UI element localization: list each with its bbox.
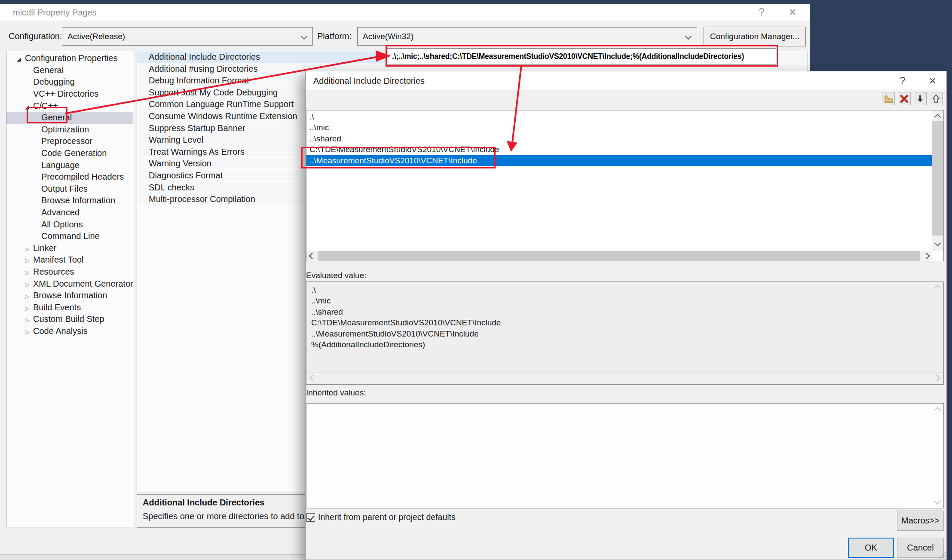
- tree-item-preprocessor[interactable]: Preprocessor: [6, 135, 133, 147]
- expand-arrow-icon[interactable]: [25, 279, 33, 289]
- tree-item-label: Command Line: [41, 231, 100, 241]
- tree-item-label: Optimization: [41, 125, 89, 135]
- ok-button[interactable]: OK: [848, 538, 894, 558]
- help-icon[interactable]: ?: [751, 4, 772, 21]
- directory-list-item[interactable]: C:\TDE\MeasurementStudioVS2010\VCNET\Inc…: [306, 144, 932, 155]
- tree-item-language[interactable]: Language: [6, 159, 133, 171]
- dialog-help-icon[interactable]: ?: [893, 72, 912, 89]
- move-down-button[interactable]: [914, 92, 927, 105]
- delete-button[interactable]: [898, 92, 911, 105]
- evaluated-hscrollbar[interactable]: [306, 372, 943, 384]
- inherited-values-label: Inherited values:: [306, 388, 366, 398]
- tree-item-label: Configuration Properties: [25, 53, 118, 63]
- tree-item-precompiled-headers[interactable]: Precompiled Headers: [6, 171, 133, 183]
- directory-list-item[interactable]: .\: [306, 111, 932, 122]
- tree-item-label: Debugging: [33, 77, 75, 87]
- tree-item-label: Language: [41, 160, 80, 170]
- cancel-button[interactable]: Cancel: [897, 538, 944, 558]
- tree-item-linker[interactable]: Linker: [6, 242, 133, 254]
- expand-arrow-icon[interactable]: [25, 243, 33, 253]
- tree-item-build-events[interactable]: Build Events: [6, 301, 133, 313]
- collapse-arrow-icon[interactable]: [17, 53, 25, 63]
- tree-item-label: Manifest Tool: [33, 255, 83, 265]
- scroll-right-icon[interactable]: [931, 372, 942, 384]
- scroll-left-icon[interactable]: [306, 251, 318, 261]
- tree-item-debugging[interactable]: Debugging: [6, 76, 133, 88]
- tree-item-browse-information[interactable]: Browse Information: [6, 290, 133, 302]
- tree-item-output-files[interactable]: Output Files: [6, 183, 133, 195]
- scroll-right-icon[interactable]: [921, 251, 932, 261]
- scroll-down-icon[interactable]: [932, 238, 943, 248]
- expand-arrow-icon[interactable]: [25, 267, 33, 277]
- configuration-manager-button[interactable]: Configuration Manager...: [704, 27, 806, 46]
- dialog-close-icon[interactable]: ×: [922, 72, 943, 89]
- list-vscroll-thumb[interactable]: [932, 121, 943, 236]
- move-up-icon: [931, 94, 941, 104]
- description-text: Specifies one or more directories to add…: [143, 511, 328, 521]
- tree-item-general[interactable]: General: [6, 112, 133, 124]
- collapse-arrow-icon[interactable]: [25, 101, 33, 111]
- tree-item-label: Browse Information: [41, 196, 115, 205]
- tree-item-label: All Options: [41, 220, 83, 230]
- tree-item-optimization[interactable]: Optimization: [6, 124, 133, 136]
- list-hscroll-thumb[interactable]: [318, 251, 920, 261]
- scroll-up-icon[interactable]: [932, 283, 943, 293]
- tree-item-label: General: [41, 113, 72, 122]
- tree-item-label: Code Analysis: [33, 326, 88, 336]
- tree-item-label: Precompiled Headers: [41, 172, 124, 182]
- tree-item-label: C/C++: [33, 101, 58, 111]
- expand-arrow-icon[interactable]: [25, 303, 33, 312]
- config-tree: Configuration PropertiesGeneralDebugging…: [6, 51, 133, 527]
- move-down-icon: [915, 94, 925, 104]
- dialog-title: Additional Include Directories: [313, 71, 425, 90]
- directory-list-item[interactable]: ..\shared: [306, 133, 932, 144]
- directory-list-item[interactable]: ..\mic: [306, 122, 932, 133]
- inherit-defaults-checkbox[interactable]: [306, 513, 315, 522]
- tree-item-c-c-[interactable]: C/C++: [6, 100, 133, 112]
- expand-arrow-icon[interactable]: [25, 255, 33, 265]
- tree-item-browse-information[interactable]: Browse Information: [6, 195, 133, 207]
- chevron-down-icon: [685, 33, 692, 40]
- tree-item-configuration-properties[interactable]: Configuration Properties: [6, 52, 133, 64]
- inherited-values-box: [306, 403, 944, 508]
- expand-arrow-icon[interactable]: [25, 291, 33, 300]
- macros-button[interactable]: Macros>>: [897, 511, 944, 531]
- tree-item-all-options[interactable]: All Options: [6, 218, 133, 230]
- tree-item-label: Resources: [33, 267, 74, 277]
- evaluated-value-label: Evaluated value:: [306, 271, 367, 280]
- scroll-down-icon[interactable]: [932, 496, 943, 506]
- inherit-defaults-label: Inherit from parent or project defaults: [318, 512, 456, 522]
- tree-item-label: Browse Information: [33, 291, 107, 300]
- expand-arrow-icon[interactable]: [25, 326, 33, 336]
- configuration-dropdown[interactable]: Active(Release): [62, 27, 313, 46]
- window-title: micdll Property Pages: [13, 4, 97, 21]
- tree-item-label: Advanced: [41, 208, 80, 217]
- scroll-left-icon[interactable]: [307, 372, 318, 384]
- check-icon: [307, 514, 315, 521]
- scroll-up-icon[interactable]: [932, 405, 943, 415]
- resize-grip[interactable]: [939, 552, 946, 559]
- tree-item-resources[interactable]: Resources: [6, 266, 133, 278]
- expand-arrow-icon[interactable]: [25, 314, 33, 324]
- tree-item-command-line[interactable]: Command Line: [6, 230, 133, 242]
- additional-include-directories-value[interactable]: .\;..\mic;..\shared;C:\TDE\MeasurementSt…: [386, 48, 776, 64]
- tree-item-xml-document-generator[interactable]: XML Document Generator: [6, 278, 133, 290]
- tree-item-vc-directories[interactable]: VC++ Directories: [6, 88, 133, 100]
- move-up-button[interactable]: [930, 92, 943, 105]
- platform-label: Platform:: [317, 27, 352, 46]
- close-icon[interactable]: ×: [781, 4, 804, 21]
- tree-item-code-generation[interactable]: Code Generation: [6, 147, 133, 159]
- tree-item-label: Output Files: [41, 184, 88, 194]
- tree-item-manifest-tool[interactable]: Manifest Tool: [6, 254, 133, 266]
- tree-item-general[interactable]: General: [6, 64, 133, 77]
- platform-dropdown[interactable]: Active(Win32): [357, 27, 697, 46]
- platform-value: Active(Win32): [363, 28, 413, 45]
- tree-item-advanced[interactable]: Advanced: [6, 207, 133, 219]
- tree-item-code-analysis[interactable]: Code Analysis: [6, 325, 133, 337]
- chevron-down-icon: [301, 33, 308, 40]
- directory-list-item[interactable]: ..\MeasurementStudioVS2010\VCNET\Include: [306, 155, 932, 166]
- tree-item-label: Custom Build Step: [33, 314, 104, 324]
- tree-item-custom-build-step[interactable]: Custom Build Step: [6, 313, 133, 325]
- new-line-button[interactable]: [882, 92, 895, 105]
- tree-item-label: Preprocessor: [41, 136, 92, 146]
